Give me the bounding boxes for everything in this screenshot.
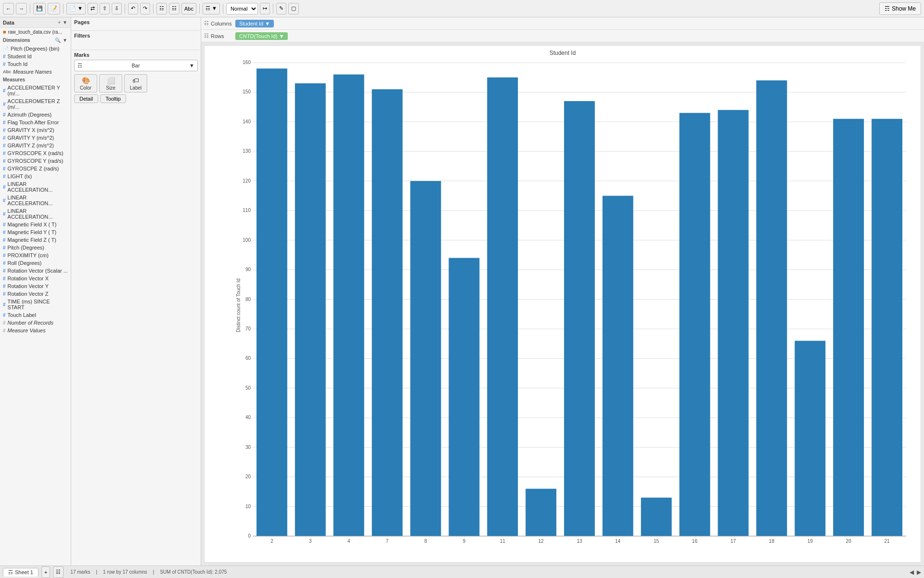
bottom-nav-left[interactable]: ◀ [910, 569, 914, 576]
measure-rot-x[interactable]: #Rotation Vector X [0, 275, 71, 282]
bar-20[interactable] [833, 119, 864, 536]
color-button[interactable]: 🎨 Color [74, 74, 97, 92]
measure-roll[interactable]: #Roll (Degrees) [0, 259, 71, 267]
bar-12[interactable] [526, 489, 556, 536]
bar-15[interactable] [641, 498, 672, 536]
duplicate-sheet-button[interactable]: ☷ [53, 566, 64, 578]
bar-18[interactable] [756, 80, 787, 536]
bar-14[interactable] [603, 196, 633, 536]
data-source-button[interactable]: 📄 ▼ [66, 3, 86, 14]
annotate-button[interactable]: Abc [181, 3, 196, 14]
tooltip-button[interactable]: ▢ [288, 3, 299, 14]
bar-13[interactable] [564, 101, 595, 536]
bar-2[interactable] [257, 68, 287, 536]
measure-mag-x[interactable]: #Magnetic Field X ( T) [0, 221, 71, 228]
measure-lin-accel-3[interactable]: #LINEAR ACCELERATION... [0, 207, 71, 221]
student-id-pill[interactable]: Student Id ▼ [235, 20, 274, 27]
bar-label-12: 12 [539, 539, 544, 544]
measure-measure-values[interactable]: #Measure Values [0, 327, 71, 334]
measure-lin-accel-2[interactable]: #LINEAR ACCELERATION... [0, 194, 71, 207]
group-button[interactable]: ☷ [156, 3, 167, 14]
dim-pitch-bin[interactable]: 📄 Pitch (Degrees) (bin) [0, 45, 71, 53]
marks-type-select[interactable]: ☶ Bar ▼ [74, 60, 198, 71]
measure-time[interactable]: #TIME (ms) SINCE START [0, 298, 71, 311]
bar-7[interactable] [372, 89, 403, 536]
add-data-button[interactable]: + [57, 19, 61, 26]
bar-17[interactable] [718, 110, 749, 536]
measure-flag[interactable]: #Flag Touch After Error [0, 118, 71, 126]
bar-21[interactable] [872, 119, 902, 536]
measure-grav-y[interactable]: #GRAVITY Y (m/s^2) [0, 134, 71, 142]
new-button[interactable]: 📝 [48, 3, 60, 14]
dim-measure-names[interactable]: Abc Measure Names [0, 68, 71, 76]
size-button[interactable]: ⬜ Size [99, 74, 122, 92]
measure-gyro-x[interactable]: #GYROSCOPE X (rad/s) [0, 149, 71, 157]
detail-button[interactable]: Detail [74, 94, 98, 103]
measure-rot-y[interactable]: #Rotation Vector Y [0, 282, 71, 290]
measure-mag-y[interactable]: #Magnetic Field Y ( T) [0, 228, 71, 236]
measure-num-records[interactable]: #Number of Records [0, 319, 71, 327]
rows-shelf: ☷ Rows CNTD(Touch Id) ▼ [201, 30, 924, 42]
data-options-button[interactable]: ▼ [62, 19, 68, 26]
dimensions-options-button[interactable]: ▼ [62, 37, 68, 43]
bottom-nav-right[interactable]: ▶ [917, 569, 921, 576]
rows-icon: ☷ [204, 33, 209, 39]
measure-grav-z[interactable]: #GRAVITY Z (m/s^2) [0, 142, 71, 149]
measure-mag-z[interactable]: #Magnetic Field Z ( T) [0, 236, 71, 244]
dim-touch-id[interactable]: # Touch Id [0, 60, 71, 68]
measure-proximity[interactable]: #PROXIMITY (cm) [0, 251, 71, 259]
size-icon: ⬜ [107, 77, 115, 84]
bar-3[interactable] [295, 83, 326, 536]
sort-asc-button[interactable]: ⇧ [100, 3, 110, 14]
bar-19[interactable] [795, 341, 825, 536]
undo-button[interactable]: ↶ [128, 3, 138, 14]
measure-light[interactable]: #LIGHT (lx) [0, 172, 71, 180]
measure-rot-z[interactable]: #Rotation Vector Z [0, 290, 71, 298]
hierarchy-button[interactable]: ☷ [169, 3, 180, 14]
save-button[interactable]: 💾 [33, 3, 46, 14]
back-button[interactable]: ← [3, 3, 14, 14]
sort-desc-button[interactable]: ⇩ [112, 3, 122, 14]
pill-chevron: ▼ [265, 21, 270, 26]
search-dimensions-button[interactable]: 🔍 [54, 37, 61, 43]
measure-azimuth-label: Azimuth (Degrees) [8, 112, 52, 118]
cntd-touch-id-pill[interactable]: CNTD(Touch Id) ▼ [235, 32, 288, 40]
new-sheet-button[interactable]: + [41, 566, 50, 578]
bar-label-7: 7 [386, 539, 389, 544]
redo-button[interactable]: ↷ [140, 3, 150, 14]
measure-touch-label[interactable]: #Touch Label [0, 311, 71, 319]
bar-11[interactable] [487, 78, 518, 536]
fit-width-button[interactable]: ↦ [260, 3, 270, 14]
marks-bar-icon: ☶ [77, 63, 82, 69]
edit-button[interactable]: ✎ [276, 3, 286, 14]
bar-9[interactable] [449, 258, 479, 536]
measure-grav-y-label: GRAVITY Y (m/s^2) [8, 135, 54, 141]
swap-button[interactable]: ⇄ [88, 3, 98, 14]
sheet-1-tab[interactable]: ☶ Sheet 1 [3, 568, 38, 577]
measure-lin-accel-1[interactable]: #LINEAR ACCELERATION... [0, 180, 71, 194]
tooltip-button[interactable]: Tooltip [100, 94, 126, 103]
label-button[interactable]: 🏷 Label [124, 74, 147, 92]
m-icon: # [3, 135, 6, 141]
measure-accel-z[interactable]: #ACCELEROMETER Z (m/... [0, 97, 71, 111]
size-label: Size [106, 85, 115, 91]
forward-button[interactable]: → [16, 3, 27, 14]
bar-4[interactable] [334, 75, 364, 536]
filters-title: Filters [74, 33, 198, 39]
svg-text:40: 40 [245, 415, 251, 420]
show-me-button[interactable]: ☶ Show Me [879, 2, 921, 15]
bar-16[interactable] [680, 113, 710, 536]
measure-accel-y[interactable]: #ACCELEROMETER Y (m/... [0, 84, 71, 97]
measure-rot-scalar[interactable]: #Rotation Vector (Scalar ... [0, 267, 71, 275]
fit-select[interactable]: Normal [226, 3, 258, 14]
chart-type-button[interactable]: ☶ ▼ [203, 3, 220, 14]
measure-grav-x[interactable]: #GRAVITY X (m/s^2) [0, 126, 71, 134]
dim-student-id[interactable]: # Student Id [0, 53, 71, 60]
bar-8[interactable] [411, 181, 441, 536]
measure-pitch[interactable]: #Pitch (Degrees) [0, 244, 71, 251]
measure-gyro-y[interactable]: #GYROSCOPE Y (rad/s) [0, 157, 71, 165]
data-source-item[interactable]: ■ raw_touch_data.csv (ra... [0, 28, 71, 36]
measure-azimuth[interactable]: #Azimuth (Degrees) [0, 111, 71, 118]
status-sep-1: | [96, 569, 97, 575]
measure-gyro-z[interactable]: #GYROSCPE Z (rad/s) [0, 165, 71, 172]
